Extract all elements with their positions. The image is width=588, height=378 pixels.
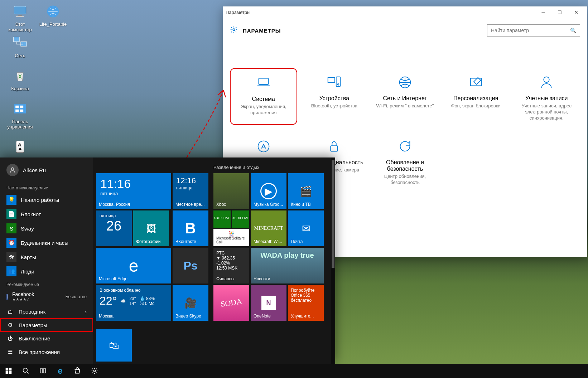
tile-calendar[interactable]: пятница 26: [96, 210, 132, 246]
desktop-icon-solitaire[interactable]: A: [5, 138, 35, 157]
settings-card-accounts[interactable]: Учетные записи Учетные записи, адрес эле…: [513, 68, 580, 125]
svg-rect-14: [259, 78, 268, 84]
svg-point-20: [544, 77, 549, 82]
tile-group-label: Развлечения и отдых: [213, 165, 259, 170]
start-all-apps[interactable]: ☰Все приложения: [0, 345, 93, 359]
map-icon: 🗺: [6, 252, 16, 262]
start-item-notepad[interactable]: 📄Блокнот: [0, 207, 93, 221]
desktop-icon-computer[interactable]: Этот компьютер: [5, 3, 35, 32]
tile-label: OneNote: [254, 314, 271, 319]
card-desc: Фон, экран блокировки: [446, 103, 506, 109]
tile-office[interactable]: Попробуйте Office 365 бесплатно Улучшите…: [288, 285, 324, 321]
start-item-sway[interactable]: SSway: [0, 221, 93, 236]
alarm-icon: ⏰: [6, 238, 16, 248]
window-maximize[interactable]: ☐: [551, 6, 568, 18]
tile-edge[interactable]: e Microsoft Edge: [96, 248, 171, 284]
personalization-icon: [446, 72, 506, 93]
gear-icon: ⚙: [6, 322, 14, 328]
card-title: Персонализация: [446, 95, 506, 102]
chevron-right-icon: ›: [85, 309, 87, 315]
start-explorer[interactable]: 🗀Проводник›: [0, 305, 93, 318]
svg-rect-2: [16, 16, 24, 17]
clock-loc: Местное вре...: [175, 202, 204, 207]
person-icon: [516, 72, 577, 93]
svg-rect-30: [43, 369, 46, 373]
start-item-alarms[interactable]: ⏰Будильники и часы: [0, 236, 93, 250]
desktop-icon-recycle[interactable]: Корзина: [5, 67, 35, 91]
settings-card-personalization[interactable]: Персонализация Фон, экран блокировки: [442, 68, 510, 125]
tile-groove[interactable]: ▶ Музыка Groo...: [251, 173, 286, 209]
avatar-icon: [6, 164, 19, 176]
svg-point-28: [23, 368, 28, 373]
svg-point-21: [258, 141, 269, 152]
settings-card-network[interactable]: Сеть и Интернет Wi-Fi, режим " в самолет…: [371, 68, 439, 125]
svg-rect-22: [331, 146, 338, 151]
start-rec-facebook[interactable]: f Facebook ★★★★☆ Бесплатно: [0, 289, 93, 304]
taskbar-edge[interactable]: e: [52, 364, 69, 378]
notepad-icon: 📄: [6, 209, 16, 219]
tile-mail[interactable]: ✉ Почта: [288, 210, 324, 246]
tile-news[interactable]: WADA play true Новости: [251, 248, 324, 284]
tile-solitaire[interactable]: 🃏 Microsoft Solitaire Coll...: [213, 229, 249, 246]
tile-skype[interactable]: 🎥 Видео Skype: [173, 285, 208, 321]
tile-onenote[interactable]: N OneNote: [251, 285, 286, 321]
music-icon: ▶: [260, 183, 277, 199]
tile-xbl2[interactable]: XBOX LIVE: [232, 210, 249, 228]
tile-soda[interactable]: SODA: [213, 285, 249, 321]
tile-label: Xbox: [216, 202, 226, 207]
tile-weather[interactable]: В основном облачно 22° ☁️ 23°14° 💧 88%🌬 …: [96, 285, 171, 321]
item-label: Sway: [21, 226, 34, 232]
tile-finance[interactable]: РТС ▼ 962,35 -1,02% 12:50 MSK Финансы: [213, 248, 249, 284]
tile-xbox[interactable]: Xbox: [213, 173, 249, 209]
card-title: Устройства: [304, 95, 365, 102]
tile-clock1[interactable]: 11:16 пятница Москва, Россия: [96, 173, 171, 209]
desktop-icon-control-panel[interactable]: Панель управления: [5, 100, 35, 130]
desktop-icon-lite[interactable]: Lite_Portable: [38, 3, 68, 27]
svg-rect-29: [40, 369, 43, 373]
tile-store[interactable]: 🛍: [96, 329, 132, 362]
taskbar-settings[interactable]: [86, 364, 103, 378]
start-item-maps[interactable]: 🗺Карты: [0, 250, 93, 264]
tile-movies[interactable]: 🎬 Кино и ТВ: [288, 173, 324, 209]
desktop-icon-label: Этот компьютер: [5, 21, 35, 32]
rec-free: Бесплатно: [66, 294, 87, 299]
ease-icon: [233, 136, 294, 157]
taskbar-store[interactable]: [69, 364, 86, 378]
freq-label: Часто используемые: [0, 182, 93, 193]
start-user[interactable]: All4os Ru: [0, 163, 93, 182]
window-minimize[interactable]: ─: [535, 6, 551, 18]
clock-day: пятница: [173, 185, 208, 190]
window-close[interactable]: ✕: [568, 6, 584, 18]
window-titlebar[interactable]: Параметры ─ ☐ ✕: [223, 6, 587, 18]
start-scrollbar[interactable]: [331, 158, 335, 364]
settings-card-update[interactable]: Обновление и безопасность Центр обновлен…: [371, 132, 439, 189]
cal-num: 26: [96, 218, 132, 234]
svg-rect-10: [20, 110, 23, 112]
gear-icon: [230, 26, 238, 35]
start-settings[interactable]: ⚙Параметры: [0, 318, 93, 332]
start-button[interactable]: [0, 364, 17, 378]
tile-photoshop[interactable]: Ps: [173, 248, 208, 284]
tile-minecraft[interactable]: MINECRAFT Minecraft: Wi...: [251, 210, 286, 246]
settings-card-devices[interactable]: Устройства Bluetooth, устройства: [301, 68, 368, 125]
start-power[interactable]: ⏻Выключение: [0, 332, 93, 345]
start-item-people[interactable]: 👥Люди: [0, 264, 93, 278]
explorer-icon: 🗀: [6, 309, 14, 315]
item-label: Начало работы: [21, 197, 59, 203]
taskbar-search[interactable]: [17, 364, 34, 378]
search-input[interactable]: Найти параметр 🔍: [487, 24, 580, 37]
scrollbar-thumb[interactable]: [332, 160, 334, 268]
card-title: Сеть и Интернет: [375, 95, 435, 102]
task-view[interactable]: [34, 364, 52, 378]
start-item-get-started[interactable]: 💡Начало работы: [0, 193, 93, 207]
tile-vk[interactable]: В ВКонтакте: [173, 210, 208, 246]
tile-xbl1[interactable]: XBOX LIVE: [213, 210, 231, 228]
power-icon: ⏻: [6, 335, 14, 341]
tile-photos[interactable]: 🖼 Фотографии: [133, 210, 169, 246]
settings-card-system[interactable]: Система Экран, уведомления, приложения: [230, 68, 297, 125]
svg-rect-26: [6, 371, 9, 374]
desktop-icon-network[interactable]: Сеть: [5, 34, 35, 58]
tile-label: Музыка Groo...: [254, 202, 283, 207]
tile-clock2[interactable]: 12:16 пятница Местное вре...: [173, 173, 208, 209]
globe-icon: [375, 72, 435, 93]
